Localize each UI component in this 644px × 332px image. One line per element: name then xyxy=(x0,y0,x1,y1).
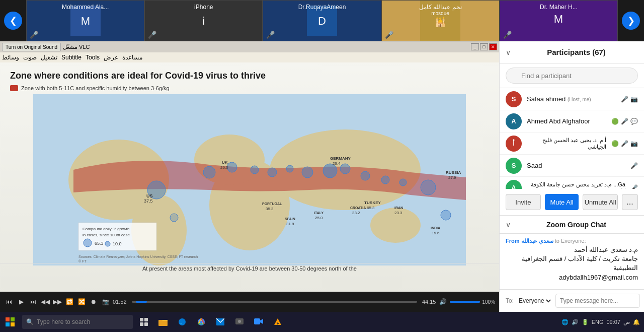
right-panel: ∨ Participants (67) 🔍 S Safaa ahmed (Hos… xyxy=(499,41,644,312)
svg-point-22 xyxy=(251,166,259,174)
slide-container: Zone where conditions are ideal for Covi… xyxy=(0,62,499,292)
start-button[interactable] xyxy=(0,312,20,332)
vlc-volume-fill xyxy=(450,301,480,303)
next-participant-btn[interactable]: ❯ xyxy=(622,12,640,30)
svg-point-24 xyxy=(286,165,293,172)
taskbar-file-explorer[interactable] xyxy=(154,313,172,331)
chat-to-select[interactable]: Everyone xyxy=(517,297,552,305)
participant-name-1: iPhone xyxy=(147,4,260,11)
svg-rect-82 xyxy=(254,318,260,324)
chat-text-0: م.د سعدي عبدالله أحمد جامعة تكريت / كلية… xyxy=(506,245,638,282)
vlc-minimize-btn[interactable]: _ xyxy=(471,43,479,50)
vlc-sound-toggle[interactable]: Turn on Original Sound xyxy=(2,43,61,51)
taskbar-edge[interactable] xyxy=(173,313,191,331)
mute-all-button[interactable]: Mute All xyxy=(545,194,579,210)
menu-wasaet[interactable]: وسائط xyxy=(2,54,19,61)
svg-text:SPAIN: SPAIN xyxy=(285,217,295,221)
svg-rect-66 xyxy=(11,317,15,321)
taskbar-vlc[interactable]: ▶ xyxy=(269,313,287,331)
video-status-2: 📷 xyxy=(630,140,638,147)
chat-chevron-icon[interactable]: ∨ xyxy=(506,221,511,229)
vlc-loop-btn[interactable]: 🔁 xyxy=(64,297,74,307)
svg-point-33 xyxy=(170,214,178,222)
main-content: Turn on Original Sound مشغّل VLC _ □ ✕ و… xyxy=(0,41,644,312)
vlc-controls: ⏮ ▶ ⏭ ◀◀ ▶▶ 🔁 🔀 ⏺ 📷 01:52 44:15 🔊 100% xyxy=(0,292,499,312)
taskbar-search-icon: 🔍 xyxy=(26,318,34,325)
menu-mosaada[interactable]: مساعدة xyxy=(122,54,142,61)
svg-point-27 xyxy=(340,164,350,174)
svg-text:65.3: 65.3 xyxy=(367,206,375,210)
vlc-skip-back-btn[interactable]: ⏮ xyxy=(4,297,14,307)
svg-point-20 xyxy=(203,166,215,178)
vlc-volume-icon[interactable]: 🔊 xyxy=(438,297,448,307)
participant-item-4: A Ga... م.د تغريد محس حسن جامعة الكوفة ك… xyxy=(500,177,644,189)
vlc-record-btn[interactable]: ⏺ xyxy=(89,297,99,307)
online-icon-1: 🟢 xyxy=(611,118,619,125)
vlc-faster-btn[interactable]: ▶▶ xyxy=(52,297,62,307)
prev-participant-btn[interactable]: ❮ xyxy=(4,12,22,30)
vlc-volume-bar[interactable] xyxy=(450,301,480,303)
vlc-maximize-btn[interactable]: □ xyxy=(480,43,488,50)
svg-text:37.5: 37.5 xyxy=(144,198,153,204)
menu-ard[interactable]: عرض xyxy=(104,54,118,61)
svg-text:33.2: 33.2 xyxy=(352,211,360,215)
invite-button[interactable]: Invite xyxy=(506,194,541,210)
taskbar-task-view[interactable] xyxy=(135,313,153,331)
vlc-repeat-btn[interactable]: 🔀 xyxy=(76,297,87,307)
online-icon-2: 🟢 xyxy=(611,140,619,147)
vlc-close-btn[interactable]: ✕ xyxy=(489,43,497,50)
panel-chevron-icon[interactable]: ∨ xyxy=(506,48,511,56)
chat-message-0: From سعدي عبدالله to Everyone: م.د سعدي … xyxy=(506,238,638,282)
more-options-button[interactable]: ... xyxy=(622,194,638,210)
svg-point-74 xyxy=(179,318,186,325)
taskbar-camera[interactable] xyxy=(230,313,249,331)
chat-recipient-0: to Everyone: xyxy=(555,238,586,244)
mute-status-4: 🎤 xyxy=(630,184,638,189)
chat-message-input[interactable] xyxy=(555,294,640,308)
menu-tools[interactable]: Tools xyxy=(86,54,100,61)
svg-point-28 xyxy=(361,171,370,180)
taskbar-date: ص xyxy=(623,319,630,325)
taskbar-mail[interactable] xyxy=(211,313,229,331)
vlc-snapshot-btn[interactable]: 📷 xyxy=(101,297,111,307)
svg-point-23 xyxy=(268,168,277,177)
menu-subtitle[interactable]: Subtitle xyxy=(61,54,82,61)
slide-bottom-text: At present the areas most affected by Co… xyxy=(0,263,499,274)
vlc-skip-fwd-btn[interactable]: ⏭ xyxy=(28,297,38,307)
vlc-play-btn[interactable]: ▶ xyxy=(16,297,26,307)
vlc-progress-bar[interactable] xyxy=(132,301,417,303)
avatar-3: S xyxy=(506,158,522,174)
menu-sot[interactable]: صوت xyxy=(23,54,37,61)
taskbar-zoom[interactable] xyxy=(250,313,268,331)
taskbar-search-label: Type here to search xyxy=(37,318,90,325)
svg-text:RUSSIA: RUSSIA xyxy=(446,170,461,175)
svg-point-80 xyxy=(238,320,241,323)
slide-content: Zone where conditions are ideal for Covi… xyxy=(0,62,499,292)
svg-text:M: M xyxy=(554,13,563,25)
notifications-icon[interactable]: 🔔 xyxy=(633,319,640,325)
svg-text:in cases, since 100th case: in cases, since 100th case xyxy=(83,233,130,237)
svg-text:ITALY: ITALY xyxy=(314,211,324,215)
participant-name-label-1: Ahmed Abd Alghafoor xyxy=(527,117,606,125)
vlc-menubar: وسائط صوت تشغيل Subtitle Tools عرض مساعد… xyxy=(0,52,499,62)
svg-rect-81 xyxy=(238,318,241,320)
participant-name-label-3: Saad xyxy=(527,162,625,169)
svg-text:M: M xyxy=(80,15,90,27)
svg-rect-71 xyxy=(140,322,143,326)
svg-text:Sources: Climate Reanalyzer; J: Sources: Climate Reanalyzer; Johns Hopki… xyxy=(78,255,198,259)
taskbar-chrome[interactable] xyxy=(192,313,210,331)
svg-point-59 xyxy=(84,239,92,247)
taskbar-search-bar[interactable]: 🔍 Type here to search xyxy=(22,315,133,329)
vlc-slower-btn[interactable]: ◀◀ xyxy=(40,297,50,307)
svg-text:D: D xyxy=(318,15,326,27)
mute-icon-1: 🎤 xyxy=(148,31,156,39)
world-map-container: US 37.5 UK 26.0 GERMANY 29.4 RUSSIA 27.9… xyxy=(5,94,494,265)
svg-text:31.8: 31.8 xyxy=(286,222,294,226)
menu-tashgheel[interactable]: تشغيل xyxy=(41,54,57,61)
mute-icon-4: 🎤 xyxy=(503,31,512,39)
svg-text:mosque: mosque xyxy=(431,11,449,16)
unmute-all-button[interactable]: Unmute All xyxy=(583,194,618,210)
svg-text:19.6: 19.6 xyxy=(432,231,440,235)
chat-section: ∨ Zoom Group Chat From سعدي عبدالله to E… xyxy=(500,216,644,312)
participant-search-input[interactable] xyxy=(506,68,638,84)
